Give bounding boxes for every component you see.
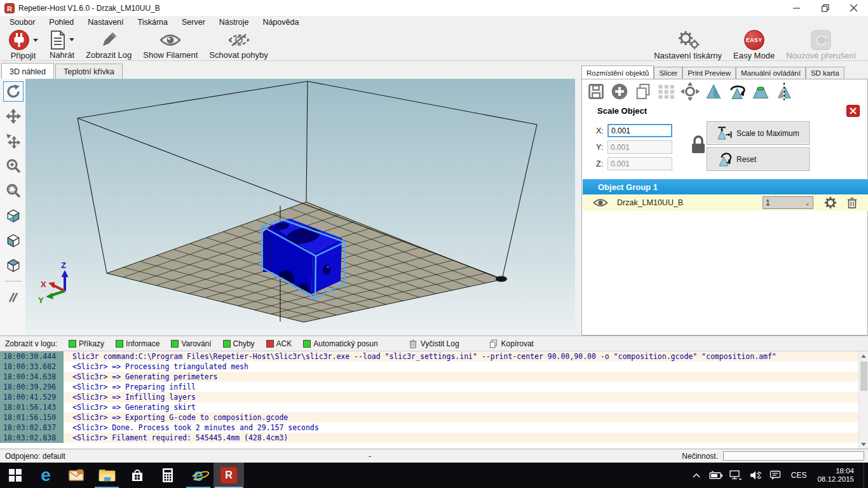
tray-battery-icon[interactable] — [709, 468, 724, 483]
filter-checkbox[interactable] — [266, 340, 274, 348]
tray-chevron-up-icon[interactable] — [689, 468, 704, 483]
show-desktop-button[interactable] — [864, 463, 867, 488]
log-output[interactable]: 18:00:30.444Slic3r command:C:\Program Fi… — [0, 351, 858, 449]
scale-to-maximum-button[interactable]: Scale to Maximum — [707, 121, 810, 145]
load-dropdown-caret[interactable] — [69, 38, 74, 41]
log-filter-4[interactable]: Chyby — [223, 339, 255, 348]
fit-view-tool[interactable] — [3, 180, 24, 201]
filter-checkbox[interactable] — [171, 340, 179, 348]
taskbar-file-explorer[interactable] — [92, 463, 122, 488]
minimize-button[interactable] — [782, 0, 811, 16]
show-filament-button[interactable]: Show Filament — [137, 29, 203, 60]
parallel-projection-tool[interactable] — [3, 287, 24, 308]
close-button[interactable] — [839, 0, 868, 16]
tray-volume-icon[interactable] — [748, 468, 763, 483]
object-name: Drzak_LM10UU_B — [617, 198, 683, 207]
panel-splitter[interactable] — [575, 61, 581, 336]
top-view-tool[interactable] — [3, 255, 24, 275]
filter-checkbox[interactable] — [69, 340, 76, 348]
log-filter-3[interactable]: Varování — [171, 339, 211, 348]
clear-log-button[interactable]: Vyčistit Log — [409, 339, 459, 349]
easy-mode-button[interactable]: EASY Easy Mode — [728, 29, 780, 60]
copies-select[interactable]: 1 ⌄ — [763, 196, 813, 209]
front-view-tool[interactable] — [3, 230, 24, 250]
add-object-button[interactable] — [609, 81, 630, 102]
object-list-row[interactable]: Drzak_LM10UU_B 1 ⌄ — [583, 194, 868, 211]
filter-checkbox[interactable] — [223, 340, 231, 348]
scale-z-label: Z: — [596, 159, 607, 168]
rotate-object-button[interactable] — [727, 81, 747, 102]
menu-item-2[interactable]: Pohled — [42, 16, 81, 29]
taskbar-store[interactable] — [122, 463, 153, 488]
log-filter-6[interactable]: Automatický posun — [303, 339, 377, 348]
right-tab-5[interactable]: SD karta — [806, 67, 844, 79]
taskbar-internet-explorer[interactable]: e — [183, 463, 214, 488]
filter-checkbox[interactable] — [116, 340, 123, 348]
object-group-header[interactable]: Object Group 1 — [583, 179, 868, 194]
iso-view-tool[interactable] — [3, 205, 24, 226]
scroll-up-arrow[interactable] — [859, 351, 868, 361]
taskbar-mail[interactable] — [61, 463, 92, 488]
right-tab-2[interactable]: Slicer — [654, 67, 682, 79]
lock-aspect-button[interactable] — [689, 134, 708, 158]
restore-button[interactable] — [811, 0, 839, 16]
viewport-3d[interactable]: Z X Y — [0, 79, 575, 336]
show-log-button[interactable]: Zobrazit Log — [80, 29, 137, 60]
menu-item-7[interactable]: Nápověda — [255, 16, 306, 29]
rotate-view-tool[interactable] — [3, 81, 24, 102]
log-timestamp: 18:00:33.682 — [0, 362, 64, 372]
zoom-tool[interactable] — [3, 156, 24, 176]
load-label: Nahrát — [50, 50, 74, 60]
center-object-button[interactable] — [680, 81, 700, 102]
reset-scale-button[interactable]: Reset — [707, 147, 810, 171]
tray-language[interactable]: CES — [787, 471, 811, 480]
menu-item-6[interactable]: Nástroje — [212, 16, 256, 29]
log-row: 18:01:56.143<Slic3r> => Generating skirt — [0, 402, 858, 412]
pencil-icon — [99, 30, 118, 50]
copy-log-button[interactable]: Kopírovat — [489, 339, 534, 349]
copy-object-button[interactable] — [633, 81, 653, 102]
menu-item-1[interactable]: Soubor — [3, 16, 42, 29]
tab-3d-preview[interactable]: 3D náhled — [1, 63, 54, 79]
start-button[interactable] — [0, 463, 31, 488]
log-filter-1[interactable]: Příkazy — [69, 339, 104, 348]
hide-moves-button[interactable]: Schovat pohyby — [203, 29, 274, 60]
menu-item-4[interactable]: Tiskárna — [131, 16, 175, 29]
log-filter-2[interactable]: Informace — [116, 339, 159, 348]
scale-panel-close-button[interactable] — [846, 105, 860, 117]
move-object-tool[interactable] — [3, 131, 24, 151]
scroll-thumb[interactable] — [860, 362, 867, 391]
log-scrollbar[interactable] — [858, 351, 868, 449]
log-row: 18:00:34.638<Slic3r> => Generating perim… — [0, 372, 858, 382]
tray-notifications-icon[interactable] — [768, 468, 783, 483]
tab-temperature-curve[interactable]: Teplotní křivka — [55, 64, 123, 79]
log-filter-5[interactable]: ACK — [266, 339, 292, 348]
tray-network-icon[interactable] — [728, 468, 743, 483]
lay-flat-button[interactable] — [750, 81, 771, 102]
filter-checkbox[interactable] — [303, 340, 311, 348]
scale-x-input[interactable] — [607, 124, 672, 137]
printer-settings-button[interactable]: Nastavení tiskárny — [648, 29, 728, 60]
menu-item-5[interactable]: Server — [175, 16, 212, 29]
connect-dropdown-caret[interactable] — [33, 39, 38, 42]
tray-clock[interactable]: 18:04 08.12.2015 — [815, 467, 859, 484]
taskbar-edge[interactable]: e — [31, 463, 61, 488]
taskbar-repetier-host[interactable]: R — [214, 463, 244, 488]
mirror-object-button[interactable] — [774, 81, 794, 102]
save-button[interactable] — [586, 81, 606, 102]
right-tab-3[interactable]: Print Preview — [682, 67, 736, 79]
menu-item-3[interactable]: Nastavení — [81, 16, 130, 29]
right-tab-4[interactable]: Manuální ovládání — [736, 67, 806, 79]
delete-object-trash-icon[interactable] — [846, 196, 858, 209]
scale-x-label: X: — [596, 126, 607, 135]
eye-slash-icon — [227, 32, 250, 48]
scroll-down-arrow[interactable] — [859, 440, 868, 449]
move-view-tool[interactable] — [3, 106, 24, 126]
object-settings-gear-icon[interactable] — [824, 196, 837, 210]
connect-button[interactable]: Připojit — [3, 29, 44, 60]
taskbar-calculator[interactable] — [153, 463, 183, 488]
scale-object-button[interactable] — [703, 81, 724, 102]
load-button[interactable]: Nahrát — [44, 29, 80, 60]
right-tab-1[interactable]: Rozmístění objektů — [581, 65, 654, 79]
visibility-eye-icon[interactable] — [593, 198, 608, 208]
